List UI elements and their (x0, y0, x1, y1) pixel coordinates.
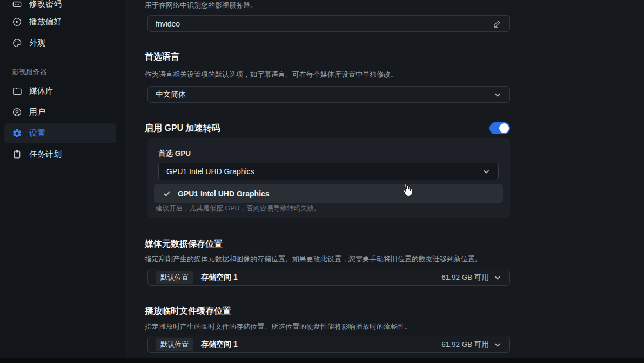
cache-location-heading: 播放临时文件缓存位置 (145, 306, 231, 317)
default-location-badge: 默认位置 (156, 271, 193, 284)
bottom-letterbox (0, 358, 644, 363)
gpu-select[interactable]: GPU1 Intel UHD Graphics (158, 163, 499, 180)
sidebar-item-label: 用户 (29, 107, 45, 117)
chevron-down-icon (493, 90, 502, 99)
preferred-gpu-label: 首选 GPU (158, 149, 191, 159)
folder-icon (12, 86, 22, 96)
play-circle-icon (12, 17, 22, 27)
gpu-menu-option[interactable]: GPU1 Intel UHD Graphics (154, 184, 503, 203)
language-selected-value: 中文简体 (156, 90, 186, 100)
sidebar-item-task-schedule[interactable]: 任务计划 (12, 148, 62, 161)
sidebar-item-label: 外观 (29, 38, 45, 48)
user-icon (12, 107, 22, 117)
sidebar-item-label: 播放偏好 (29, 17, 62, 27)
gpu-selected-value: GPU1 Intel UHD Graphics (166, 167, 254, 176)
sidebar-item-label: 任务计划 (29, 149, 62, 160)
metadata-location-heading: 媒体元数据保存位置 (145, 239, 223, 250)
password-icon (12, 0, 22, 9)
sidebar-item-users[interactable]: 用户 (12, 105, 45, 118)
sidebar-item-label: 修改密码 (29, 0, 62, 9)
storage-name: 存储空间 1 (201, 340, 238, 349)
gpu-toggle[interactable] (489, 122, 510, 134)
clipboard-icon (12, 149, 22, 160)
toggle-knob (499, 123, 509, 133)
check-icon (163, 189, 171, 198)
chevron-down-icon (493, 273, 502, 282)
palette-icon (12, 38, 22, 48)
chevron-down-icon (482, 167, 491, 176)
language-select[interactable]: 中文简体 (147, 86, 510, 103)
sidebar-item-label: 媒体库 (29, 86, 53, 96)
language-description: 作为语言相关设置项的默认选项，如字幕语言。可在每个媒体库设置中单独修改。 (145, 70, 398, 80)
mouse-cursor (400, 183, 413, 198)
sidebar-item-settings[interactable]: 设置 (12, 127, 45, 140)
server-name-field[interactable] (147, 15, 510, 32)
language-heading: 首选语言 (145, 51, 179, 63)
storage-name: 存储空间 1 (201, 273, 238, 282)
sidebar-group-label: 影视服务器 (12, 67, 47, 77)
cache-location-description: 指定播放时产生的临时文件的存储位置。所选位置的硬盘性能将影响播放时的流畅性。 (145, 322, 412, 332)
sidebar-item-media-library[interactable]: 媒体库 (12, 84, 53, 97)
free-space: 61.92 GB 可用 (441, 273, 489, 282)
sidebar-item-playback-preferences[interactable]: 播放偏好 (12, 15, 62, 28)
cache-location-select[interactable]: 默认位置 存储空间 1 61.92 GB 可用 (147, 336, 510, 353)
gpu-hint: 建议开启，尤其是低配 GPU，否则容易导致转码失败。 (156, 204, 321, 213)
server-name-input[interactable] (156, 19, 492, 28)
gpu-heading: 启用 GPU 加速转码 (145, 123, 220, 134)
sidebar: 修改密码 播放偏好 外观 影视服务器 媒体库 用户 (0, 0, 125, 363)
chevron-down-icon (493, 340, 502, 349)
free-space: 61.92 GB 可用 (441, 340, 489, 349)
pencil-icon[interactable] (492, 19, 502, 29)
server-name-description: 用于在网络中识别您的影视服务器。 (145, 1, 257, 10)
metadata-location-description: 指定刮削产生的媒体元数据和图像的存储位置。如果更改此设置，您需要手动将旧位置的数… (145, 254, 482, 264)
sidebar-item-change-password[interactable]: 修改密码 (12, 0, 62, 10)
gpu-menu-option-label: GPU1 Intel UHD Graphics (178, 189, 270, 198)
sidebar-item-label: 设置 (29, 128, 45, 138)
sidebar-item-appearance[interactable]: 外观 (12, 36, 45, 49)
metadata-location-select[interactable]: 默认位置 存储空间 1 61.92 GB 可用 (147, 269, 510, 286)
default-location-badge: 默认位置 (156, 338, 193, 351)
gear-icon (12, 128, 22, 138)
